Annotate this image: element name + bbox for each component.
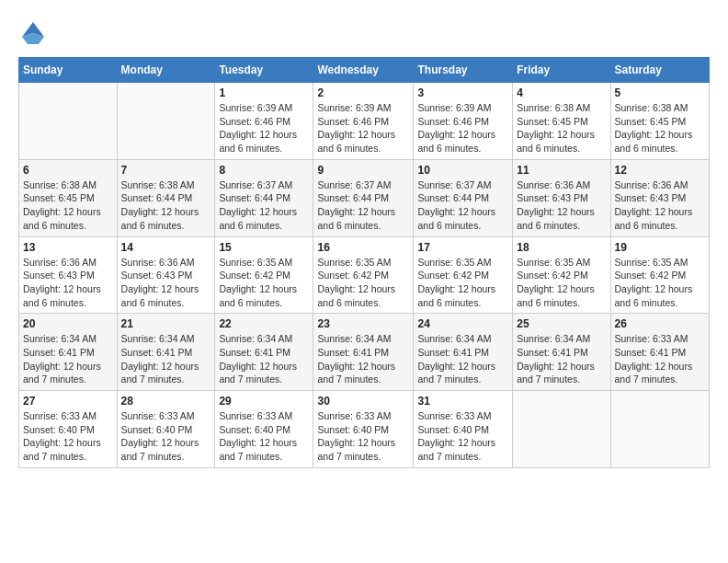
day-info: Sunrise: 6:38 AM Sunset: 6:44 PM Dayligh… xyxy=(121,178,211,233)
day-info: Sunrise: 6:34 AM Sunset: 6:41 PM Dayligh… xyxy=(517,332,606,386)
day-info: Sunrise: 6:33 AM Sunset: 6:41 PM Dayligh… xyxy=(615,332,705,386)
day-info: Sunrise: 6:38 AM Sunset: 6:45 PM Dayligh… xyxy=(517,101,606,155)
calendar-cell: 20Sunrise: 6:34 AM Sunset: 6:41 PM Dayli… xyxy=(19,314,118,391)
column-header-thursday: Thursday xyxy=(414,58,513,83)
calendar-cell: 11Sunrise: 6:36 AM Sunset: 6:43 PM Dayli… xyxy=(513,159,610,236)
calendar-cell xyxy=(19,83,118,160)
day-number: 14 xyxy=(121,241,211,254)
calendar-cell: 29Sunrise: 6:33 AM Sunset: 6:40 PM Dayli… xyxy=(215,391,313,468)
calendar-week-row: 27Sunrise: 6:33 AM Sunset: 6:40 PM Dayli… xyxy=(19,391,710,468)
calendar-cell: 16Sunrise: 6:35 AM Sunset: 6:42 PM Dayli… xyxy=(313,236,414,314)
day-number: 7 xyxy=(121,164,211,177)
day-number: 29 xyxy=(219,395,309,408)
calendar-cell xyxy=(513,391,610,468)
calendar-cell xyxy=(610,391,709,468)
calendar-cell: 23Sunrise: 6:34 AM Sunset: 6:41 PM Dayli… xyxy=(313,314,414,391)
day-number: 10 xyxy=(417,164,508,177)
day-number: 2 xyxy=(317,86,409,99)
day-number: 5 xyxy=(615,86,705,99)
day-info: Sunrise: 6:34 AM Sunset: 6:41 PM Dayligh… xyxy=(317,332,409,386)
day-number: 27 xyxy=(23,395,113,408)
day-number: 19 xyxy=(615,241,705,254)
calendar-week-row: 20Sunrise: 6:34 AM Sunset: 6:41 PM Dayli… xyxy=(19,314,710,391)
day-number: 21 xyxy=(121,317,211,330)
day-number: 24 xyxy=(417,317,508,330)
calendar-header-row: SundayMondayTuesdayWednesdayThursdayFrid… xyxy=(19,58,710,83)
day-info: Sunrise: 6:33 AM Sunset: 6:40 PM Dayligh… xyxy=(317,409,409,464)
calendar-cell: 28Sunrise: 6:33 AM Sunset: 6:40 PM Dayli… xyxy=(117,391,215,468)
day-number: 28 xyxy=(121,395,211,408)
calendar-cell: 14Sunrise: 6:36 AM Sunset: 6:43 PM Dayli… xyxy=(117,236,215,314)
day-info: Sunrise: 6:35 AM Sunset: 6:42 PM Dayligh… xyxy=(417,256,508,310)
day-info: Sunrise: 6:38 AM Sunset: 6:45 PM Dayligh… xyxy=(615,101,705,155)
day-info: Sunrise: 6:36 AM Sunset: 6:43 PM Dayligh… xyxy=(615,178,705,233)
day-info: Sunrise: 6:39 AM Sunset: 6:46 PM Dayligh… xyxy=(417,101,508,155)
day-info: Sunrise: 6:35 AM Sunset: 6:42 PM Dayligh… xyxy=(219,256,309,310)
day-number: 30 xyxy=(317,395,409,408)
calendar-cell: 7Sunrise: 6:38 AM Sunset: 6:44 PM Daylig… xyxy=(117,159,215,236)
calendar-cell: 5Sunrise: 6:38 AM Sunset: 6:45 PM Daylig… xyxy=(610,83,709,160)
calendar-cell: 17Sunrise: 6:35 AM Sunset: 6:42 PM Dayli… xyxy=(414,236,513,314)
day-info: Sunrise: 6:33 AM Sunset: 6:40 PM Dayligh… xyxy=(121,409,211,464)
calendar-cell: 25Sunrise: 6:34 AM Sunset: 6:41 PM Dayli… xyxy=(513,314,610,391)
calendar-week-row: 1Sunrise: 6:39 AM Sunset: 6:46 PM Daylig… xyxy=(19,83,710,160)
day-number: 1 xyxy=(219,86,309,99)
calendar-cell: 12Sunrise: 6:36 AM Sunset: 6:43 PM Dayli… xyxy=(610,159,709,236)
logo-icon xyxy=(18,18,48,48)
day-number: 26 xyxy=(615,317,705,330)
day-info: Sunrise: 6:35 AM Sunset: 6:42 PM Dayligh… xyxy=(517,256,606,310)
calendar-cell: 6Sunrise: 6:38 AM Sunset: 6:45 PM Daylig… xyxy=(19,159,118,236)
calendar-cell: 22Sunrise: 6:34 AM Sunset: 6:41 PM Dayli… xyxy=(215,314,313,391)
column-header-wednesday: Wednesday xyxy=(313,58,414,83)
day-info: Sunrise: 6:39 AM Sunset: 6:46 PM Dayligh… xyxy=(219,101,309,155)
day-number: 23 xyxy=(317,317,409,330)
calendar-table: SundayMondayTuesdayWednesdayThursdayFrid… xyxy=(18,57,710,468)
day-info: Sunrise: 6:36 AM Sunset: 6:43 PM Dayligh… xyxy=(121,256,211,310)
day-number: 4 xyxy=(517,86,606,99)
calendar-cell: 24Sunrise: 6:34 AM Sunset: 6:41 PM Dayli… xyxy=(414,314,513,391)
day-number: 12 xyxy=(615,164,705,177)
day-number: 9 xyxy=(317,164,409,177)
column-header-saturday: Saturday xyxy=(610,58,709,83)
day-info: Sunrise: 6:37 AM Sunset: 6:44 PM Dayligh… xyxy=(417,178,508,233)
logo xyxy=(18,18,51,48)
column-header-sunday: Sunday xyxy=(19,58,118,83)
day-number: 31 xyxy=(417,395,508,408)
day-info: Sunrise: 6:38 AM Sunset: 6:45 PM Dayligh… xyxy=(23,178,113,233)
day-info: Sunrise: 6:33 AM Sunset: 6:40 PM Dayligh… xyxy=(23,409,113,464)
calendar-cell: 8Sunrise: 6:37 AM Sunset: 6:44 PM Daylig… xyxy=(215,159,313,236)
day-info: Sunrise: 6:35 AM Sunset: 6:42 PM Dayligh… xyxy=(615,256,705,310)
calendar-cell: 30Sunrise: 6:33 AM Sunset: 6:40 PM Dayli… xyxy=(313,391,414,468)
calendar-cell: 27Sunrise: 6:33 AM Sunset: 6:40 PM Dayli… xyxy=(19,391,118,468)
day-number: 11 xyxy=(517,164,606,177)
calendar-cell: 4Sunrise: 6:38 AM Sunset: 6:45 PM Daylig… xyxy=(513,83,610,160)
day-number: 13 xyxy=(23,241,113,254)
day-info: Sunrise: 6:39 AM Sunset: 6:46 PM Dayligh… xyxy=(317,101,409,155)
calendar-week-row: 13Sunrise: 6:36 AM Sunset: 6:43 PM Dayli… xyxy=(19,236,710,314)
day-info: Sunrise: 6:34 AM Sunset: 6:41 PM Dayligh… xyxy=(219,332,309,386)
day-number: 20 xyxy=(23,317,113,330)
day-info: Sunrise: 6:37 AM Sunset: 6:44 PM Dayligh… xyxy=(317,178,409,233)
day-number: 18 xyxy=(517,241,606,254)
day-number: 15 xyxy=(219,241,309,254)
calendar-cell xyxy=(117,83,215,160)
column-header-monday: Monday xyxy=(117,58,215,83)
column-header-friday: Friday xyxy=(513,58,610,83)
day-info: Sunrise: 6:36 AM Sunset: 6:43 PM Dayligh… xyxy=(23,256,113,310)
day-number: 3 xyxy=(417,86,508,99)
day-number: 22 xyxy=(219,317,309,330)
calendar-cell: 19Sunrise: 6:35 AM Sunset: 6:42 PM Dayli… xyxy=(610,236,709,314)
day-info: Sunrise: 6:33 AM Sunset: 6:40 PM Dayligh… xyxy=(417,409,508,464)
day-number: 16 xyxy=(317,241,409,254)
day-info: Sunrise: 6:34 AM Sunset: 6:41 PM Dayligh… xyxy=(121,332,211,386)
day-info: Sunrise: 6:36 AM Sunset: 6:43 PM Dayligh… xyxy=(517,178,606,233)
day-info: Sunrise: 6:33 AM Sunset: 6:40 PM Dayligh… xyxy=(219,409,309,464)
day-info: Sunrise: 6:34 AM Sunset: 6:41 PM Dayligh… xyxy=(417,332,508,386)
calendar-cell: 26Sunrise: 6:33 AM Sunset: 6:41 PM Dayli… xyxy=(610,314,709,391)
page-header xyxy=(18,18,710,48)
day-number: 8 xyxy=(219,164,309,177)
calendar-cell: 3Sunrise: 6:39 AM Sunset: 6:46 PM Daylig… xyxy=(414,83,513,160)
calendar-cell: 18Sunrise: 6:35 AM Sunset: 6:42 PM Dayli… xyxy=(513,236,610,314)
calendar-week-row: 6Sunrise: 6:38 AM Sunset: 6:45 PM Daylig… xyxy=(19,159,710,236)
day-info: Sunrise: 6:37 AM Sunset: 6:44 PM Dayligh… xyxy=(219,178,309,233)
